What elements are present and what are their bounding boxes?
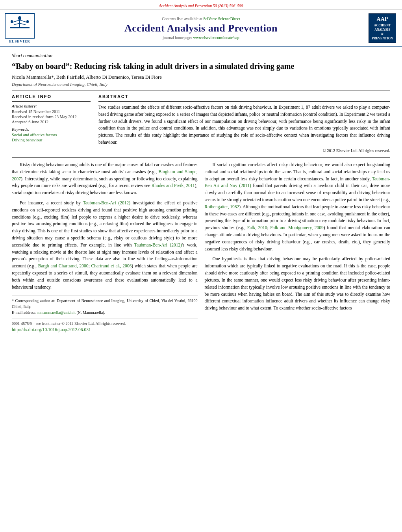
footnote-email-link[interactable]: n.mammarella@unich.it: [37, 310, 76, 315]
col2-para2: One hypothesis is thus that driving beha…: [205, 256, 391, 312]
article-title: “Baby on board”: Reducing risk taking in…: [12, 61, 390, 71]
accepted: Accepted 6 June 2012: [12, 120, 91, 124]
journal-title: Accident Analysis and Prevention: [124, 22, 278, 34]
article-body: Short communication “Baby on board”: Red…: [0, 47, 402, 337]
history-label: Article history:: [12, 104, 91, 108]
ref-taubman2012[interactable]: Taubman-Ben-Ari (2012): [83, 200, 131, 205]
col2-para1: If social cognition correlates affect ri…: [205, 161, 391, 253]
ref-chartrand[interactable]: Chartrand et al., 2006: [91, 263, 132, 268]
ref-bargh[interactable]: Bargh and Chartrand, 2000: [38, 263, 89, 268]
article-meta: ARTICLE INFO Article history: Received 1…: [12, 94, 390, 153]
abstract-section: ABSTRACT Two studies examined the effect…: [98, 94, 390, 153]
svg-line-5: [20, 23, 26, 25]
received-2: Received in revised form 23 May 2012: [12, 115, 91, 119]
contents-line: Contents lists available at SciVerse Sci…: [162, 17, 240, 21]
svg-point-8: [26, 20, 29, 23]
journal-ref: Accident Analysis and Prevention 50 (201…: [159, 4, 243, 8]
aap-badge: AAP ACCIDENT ANALYSIS & PREVENTION: [369, 13, 396, 43]
svg-line-4: [20, 20, 28, 22]
keyword-1: Social and affective factors: [12, 133, 91, 137]
received-1: Received 15 November 2011: [12, 109, 91, 114]
svg-line-3: [14, 23, 20, 25]
journal-homepage: journal homepage: www.elsevier.com/locat…: [163, 35, 239, 40]
elsevier-logo: [5, 13, 35, 39]
abstract-divider: [98, 101, 390, 102]
keyword-2: Driving behaviour: [12, 138, 91, 142]
svg-point-6: [18, 16, 21, 20]
column-1: Risky driving behaviour among adults is …: [12, 161, 198, 334]
svg-rect-0: [10, 27, 30, 28]
main-text: Risky driving behaviour among adults is …: [12, 157, 390, 334]
svg-line-2: [12, 20, 20, 22]
divider-1: [12, 91, 390, 91]
article-info-title: ARTICLE INFO: [12, 94, 91, 99]
article-info: ARTICLE INFO Article history: Received 1…: [12, 94, 91, 153]
ref-rothengatter[interactable]: Rothengatter, 1982: [205, 204, 239, 209]
svg-point-7: [11, 20, 13, 23]
copyright: © 2012 Elsevier Ltd. All rights reserved…: [98, 148, 390, 153]
ref-rhodes[interactable]: Rhodes and Pivik, 2011: [152, 183, 195, 188]
elsevier-logo-area: ELSEVIER: [4, 13, 35, 43]
ref-taubman-noy[interactable]: Taubman-Ben-Ari and Noy (2011): [205, 176, 391, 188]
top-bar: Accident Analysis and Prevention 50 (201…: [0, 0, 402, 10]
homepage-link[interactable]: www.elsevier.com/locate/aap: [193, 35, 239, 40]
info-divider: [12, 101, 91, 102]
footer-info: 0001-4575/$ – see front matter © 2012 El…: [12, 319, 198, 327]
header-area: ELSEVIER Contents lists available at Sci…: [0, 10, 402, 47]
footnote-area: * Corresponding author at: Department of…: [12, 295, 198, 315]
sciverse-link[interactable]: SciVerse ScienceDirect: [203, 17, 240, 21]
elsevier-label: ELSEVIER: [9, 39, 30, 43]
authors: Nicola Mammarella*, Beth Fairfield, Albe…: [12, 74, 390, 80]
footnote-star: * Corresponding author at: Department of…: [12, 298, 198, 310]
article-type: Short communication: [12, 53, 390, 59]
footer-doi-link[interactable]: http://dx.doi.org/10.1016/j.aap.2012.06.…: [12, 327, 91, 332]
abstract-title: ABSTRACT: [98, 94, 390, 99]
ref-bingham[interactable]: Bingham and Shope, 2007: [12, 169, 197, 181]
header-logo-right: AAP ACCIDENT ANALYSIS & PREVENTION: [367, 13, 398, 43]
affiliation: Department of Neuroscience and Imaging, …: [12, 82, 390, 87]
ref-taubman2012b[interactable]: Taubman-Ben-Ari (2012): [134, 243, 182, 247]
header-center: Contents lists available at SciVerse Sci…: [39, 13, 363, 43]
column-2: If social cognition correlates affect ri…: [205, 161, 391, 334]
footer-issn: 0001-4575/$ – see front matter © 2012 El…: [12, 321, 126, 327]
abstract-text: Two studies examined the effects of diff…: [98, 104, 390, 146]
col1-para2: For instance, a recent study by Taubman-…: [12, 200, 198, 291]
ref-falk2010[interactable]: Falk, 2010: [247, 225, 267, 230]
ref-falk-montgomery[interactable]: Falk and Montgomery, 2009: [270, 225, 324, 230]
keywords-label: Keywords:: [12, 127, 91, 132]
col1-para1: Risky driving behaviour among adults is …: [12, 161, 198, 196]
footer-doi: http://dx.doi.org/10.1016/j.aap.2012.06.…: [12, 326, 198, 334]
footnote-email-line: E-mail address: n.mammarella@unich.it (N…: [12, 310, 198, 315]
